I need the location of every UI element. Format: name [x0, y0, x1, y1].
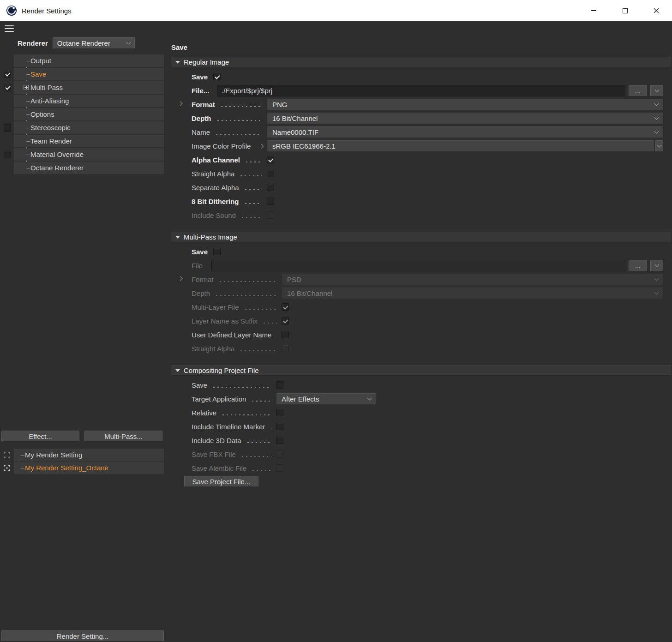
stereoscopic-enable-checkbox[interactable]	[4, 124, 11, 132]
close-button[interactable]	[641, 0, 672, 21]
tree-row-options[interactable]: Options	[0, 108, 166, 120]
save-checkbox[interactable]	[213, 73, 221, 80]
chevron-down-icon	[654, 102, 659, 106]
render-flag-active-icon[interactable]	[4, 465, 10, 471]
render-setting-list: My Render Setting My Render Setting_Octa…	[0, 449, 166, 474]
row-user-defined-layer-name: User Defined Layer Name	[171, 328, 663, 342]
row-name: Name Name0000.TIF	[171, 125, 663, 139]
tree-row-team-render[interactable]: Team Render	[0, 135, 166, 147]
depth-select[interactable]: 16 Bit/Channel	[267, 113, 663, 124]
mp-file-path-input	[211, 260, 625, 271]
target-application-select[interactable]: After Effects	[276, 393, 376, 405]
chevron-down-icon	[367, 396, 372, 401]
multi-pass-image-header[interactable]: Multi-Pass Image	[171, 232, 671, 242]
section-regular-image: Regular Image Save File... ... Format	[171, 57, 672, 228]
tree-row-material-override[interactable]: Material Override	[0, 148, 166, 161]
row-multi-layer-file: Multi-Layer File	[171, 300, 663, 314]
preset-label: My Render Setting	[25, 451, 82, 459]
name-label: Name	[192, 128, 210, 136]
mp-file-label: File	[192, 262, 203, 270]
cp-save-checkbox[interactable]	[276, 381, 283, 389]
format-select[interactable]: PNG	[267, 99, 663, 110]
render-flag-icon[interactable]	[4, 452, 10, 458]
row-alpha-channel: Alpha Channel	[171, 153, 663, 167]
maximize-button[interactable]	[609, 0, 641, 21]
straight-alpha-checkbox[interactable]	[267, 170, 274, 177]
row-include-timeline-marker: Include Timeline Marker	[171, 420, 663, 433]
dithering-checkbox[interactable]	[267, 198, 274, 205]
file-token-dropdown-button[interactable]	[650, 85, 663, 96]
save-enable-checkbox[interactable]	[4, 71, 11, 78]
multi-layer-file-label: Multi-Layer File	[192, 303, 239, 311]
page-title: Save	[171, 43, 672, 51]
chevron-down-icon	[654, 115, 659, 120]
hamburger-menu-icon[interactable]	[5, 24, 14, 34]
chevron-down-icon	[126, 40, 131, 44]
tree-row-multi-pass[interactable]: Multi-Pass	[0, 81, 166, 94]
tree-row-output[interactable]: Output	[0, 54, 166, 67]
settings-tree: Output Save Multi-Pass Anti-Aliasing Opt…	[0, 54, 166, 174]
browse-button[interactable]: ...	[629, 85, 647, 96]
depth-label: Depth	[192, 114, 211, 122]
regular-image-header[interactable]: Regular Image	[171, 57, 671, 67]
effect-button[interactable]: Effect...	[1, 431, 79, 442]
mp-depth-select: 16 Bit/Channel	[282, 288, 663, 299]
renderer-select[interactable]: Octane Renderer	[53, 37, 135, 49]
render-setting-button[interactable]: Render Setting...	[1, 630, 164, 642]
user-defined-layer-name-checkbox[interactable]	[282, 331, 289, 338]
expand-chevron-icon[interactable]	[178, 102, 183, 106]
name-format-select[interactable]: Name0000.TIF	[267, 126, 663, 138]
row-include-sound: Include Sound	[171, 208, 663, 222]
preset-row-my-render-setting-octane[interactable]: My Render Setting_Octane	[0, 462, 166, 474]
chevron-down-icon	[654, 129, 659, 134]
row-save-alembic-file: Save Alembic File	[171, 461, 663, 475]
section-title: Compositing Project File	[184, 366, 259, 374]
tree-row-octane-renderer[interactable]: Octane Renderer	[0, 162, 166, 174]
target-application-label: Target Application	[192, 395, 246, 403]
mp-depth-label: Depth	[192, 289, 210, 297]
file-path-input[interactable]	[217, 85, 625, 96]
save-fbx-file-label: Save FBX File	[192, 450, 236, 458]
compositing-project-file-header[interactable]: Compositing Project File	[171, 365, 671, 376]
tree-label: Material Override	[30, 150, 84, 158]
row-file: File... ...	[171, 84, 663, 97]
save-fbx-file-checkbox	[276, 450, 283, 458]
tree-label: Output	[30, 57, 51, 65]
tree-row-stereoscopic[interactable]: Stereoscopic	[0, 121, 166, 134]
separate-alpha-checkbox[interactable]	[267, 184, 274, 191]
multi-pass-button[interactable]: Multi-Pass...	[84, 431, 162, 442]
multipass-enable-checkbox[interactable]	[4, 84, 11, 91]
row-include-3d-data: Include 3D Data	[171, 433, 663, 447]
color-profile-select[interactable]: sRGB IEC61966-2.1	[267, 140, 654, 152]
tree-row-save[interactable]: Save	[0, 68, 166, 80]
mp-file-token-dropdown-button[interactable]	[650, 260, 663, 271]
mp-save-checkbox[interactable]	[213, 248, 221, 255]
expand-chevron-icon[interactable]	[178, 276, 183, 281]
expand-plus-icon[interactable]	[24, 85, 29, 90]
material-override-enable-checkbox[interactable]	[4, 151, 11, 158]
chevron-down-icon	[654, 290, 659, 295]
main-panel: Save Regular Image Save File... ...	[171, 36, 672, 642]
multi-layer-file-checkbox	[282, 303, 289, 311]
collapse-triangle-icon	[175, 236, 180, 239]
tree-label: Anti-Aliasing	[30, 97, 69, 105]
row-relative: Relative	[171, 406, 663, 420]
window-title: Render Settings	[22, 7, 72, 15]
alpha-channel-checkbox[interactable]	[267, 156, 274, 163]
cinema4d-logo-icon	[6, 5, 17, 16]
save-project-file-button[interactable]: Save Project File...	[184, 476, 258, 487]
relative-checkbox[interactable]	[276, 409, 283, 416]
render-settings-window: Render Settings Renderer Octane Renderer	[0, 0, 672, 642]
chevron-right-icon[interactable]	[259, 144, 264, 148]
row-mp-file: File ...	[171, 258, 663, 272]
include-timeline-marker-checkbox[interactable]	[276, 423, 283, 430]
mp-format-select: PSD	[282, 274, 663, 285]
include-3d-data-checkbox[interactable]	[276, 437, 283, 444]
color-profile-dropdown-button[interactable]	[655, 140, 663, 152]
minimize-button[interactable]	[578, 0, 609, 21]
row-cp-save: Save	[171, 378, 663, 392]
collapse-triangle-icon	[175, 369, 180, 372]
mp-browse-button[interactable]: ...	[629, 260, 647, 271]
preset-row-my-render-setting[interactable]: My Render Setting	[0, 449, 166, 461]
tree-row-anti-aliasing[interactable]: Anti-Aliasing	[0, 95, 166, 107]
